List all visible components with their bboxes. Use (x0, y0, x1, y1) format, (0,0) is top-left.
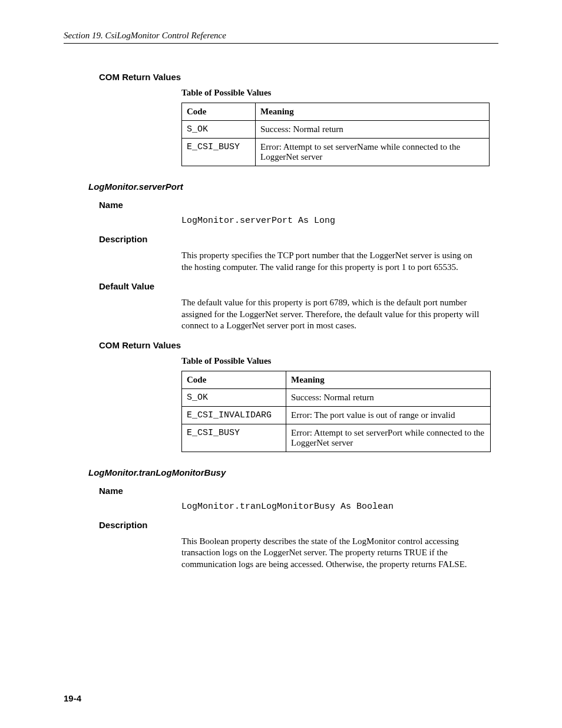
table-caption-2: Table of Possible Values (181, 356, 498, 366)
cell-meaning: Error: Attempt to set serverName while c… (256, 139, 490, 166)
cell-meaning: Error: Attempt to set serverPort while c… (286, 424, 491, 452)
heading-default-value: Default Value (99, 281, 498, 291)
cell-code: E_CSI_BUSY (182, 424, 286, 452)
th-code: Code (182, 371, 286, 388)
table-row: E_CSI_BUSY Error: Attempt to set serverN… (182, 139, 490, 166)
heading-com-return-values-2: COM Return Values (99, 340, 498, 350)
heading-description-1: Description (99, 234, 498, 244)
cell-meaning: Success: Normal return (286, 388, 491, 406)
cell-code: S_OK (182, 388, 286, 406)
description-text-2: This Boolean property describes the stat… (181, 536, 482, 571)
heading-description-2: Description (99, 520, 498, 530)
th-meaning: Meaning (256, 103, 490, 121)
page-number: 19-4 (64, 693, 81, 703)
table-header-row: Code Meaning (182, 103, 490, 121)
description-text-1: This property specifies the TCP port num… (181, 250, 482, 273)
running-header: Section 19. CsiLogMonitor Control Refere… (64, 31, 498, 44)
table-row: S_OK Success: Normal return (182, 388, 491, 406)
default-value-text: The default value for this property is p… (181, 297, 482, 332)
table-row: E_CSI_INVALIDARG Error: The port value i… (182, 406, 491, 424)
heading-property-serverport: LogMonitor.serverPort (88, 182, 498, 192)
cell-code: S_OK (182, 121, 256, 139)
table-row: S_OK Success: Normal return (182, 121, 490, 139)
heading-name-2: Name (99, 486, 498, 496)
cell-meaning: Error: The port value is out of range or… (286, 406, 491, 424)
table-caption-1: Table of Possible Values (181, 88, 498, 98)
page-container: Section 19. CsiLogMonitor Control Refere… (0, 0, 562, 728)
heading-property-tranlogmonitorbusy: LogMonitor.tranLogMonitorBusy (88, 467, 498, 477)
table-row: E_CSI_BUSY Error: Attempt to set serverP… (182, 424, 491, 452)
code-signature-serverport: LogMonitor.serverPort As Long (181, 216, 498, 226)
cell-meaning: Success: Normal return (256, 121, 490, 139)
cell-code: E_CSI_BUSY (182, 139, 256, 166)
cell-code: E_CSI_INVALIDARG (182, 406, 286, 424)
heading-name-1: Name (99, 200, 498, 210)
table-header-row: Code Meaning (182, 371, 491, 388)
heading-com-return-values-1: COM Return Values (99, 72, 498, 82)
th-meaning: Meaning (286, 371, 491, 388)
th-code: Code (182, 103, 256, 121)
code-signature-tranlogmonitorbusy: LogMonitor.tranLogMonitorBusy As Boolean (181, 502, 498, 512)
table-possible-values-1: Code Meaning S_OK Success: Normal return… (181, 103, 490, 166)
table-possible-values-2: Code Meaning S_OK Success: Normal return… (181, 371, 491, 452)
